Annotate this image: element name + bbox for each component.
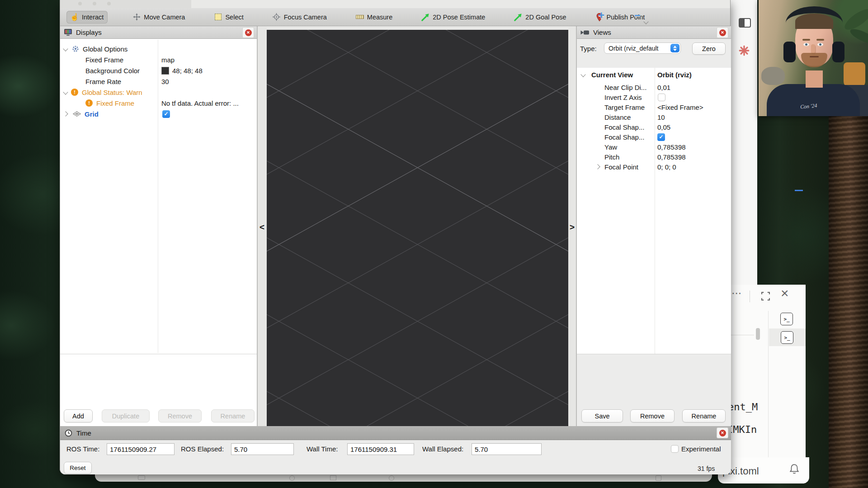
rename-view-button[interactable]: Rename bbox=[682, 409, 726, 422]
tool-2d-pose-estimate[interactable]: 2D Pose Estimate bbox=[417, 11, 489, 23]
chevron-right-icon[interactable] bbox=[63, 111, 68, 116]
view-type-dropdown[interactable]: Orbit (rviz_default bbox=[604, 42, 681, 54]
close-panel-button[interactable]: ✕ bbox=[242, 27, 254, 38]
tree-row-global-status[interactable]: ! Global Status: Warn bbox=[60, 87, 257, 98]
row-value[interactable]: 0,01 bbox=[657, 84, 670, 91]
terminal-icon[interactable]: >_ bbox=[780, 313, 793, 325]
row-value[interactable]: map bbox=[161, 56, 175, 64]
webcam-teapot bbox=[761, 67, 785, 85]
tree-row-focal-shape-fixed[interactable]: Focal Shap... ✓ bbox=[577, 132, 731, 142]
window-control-dot[interactable] bbox=[78, 2, 82, 5]
tree-row-frame-rate[interactable]: Frame Rate 30 bbox=[60, 76, 257, 87]
time-panel-header[interactable]: Time ✕ bbox=[60, 426, 731, 440]
row-label: Global Status: Warn bbox=[82, 89, 142, 96]
asterisk-icon[interactable] bbox=[739, 45, 750, 56]
row-label: Fixed Frame bbox=[96, 99, 134, 107]
tree-row-near-clip[interactable]: Near Clip Di... 0,01 bbox=[577, 82, 731, 92]
focal-shape-checkbox[interactable]: ✓ bbox=[657, 133, 665, 141]
tree-row-distance[interactable]: Distance 10 bbox=[577, 112, 731, 122]
window-control-dot[interactable] bbox=[93, 2, 96, 5]
tree-row-focal-shape-size[interactable]: Focal Shap... 0,05 bbox=[577, 122, 731, 132]
tree-row-fixed-frame[interactable]: Fixed Frame map bbox=[60, 54, 257, 65]
window-control-dot[interactable] bbox=[107, 2, 111, 5]
tool-move-camera[interactable]: Move Camera bbox=[128, 11, 189, 23]
remove-display-button[interactable]: Remove bbox=[158, 409, 202, 422]
tree-row-invert-z[interactable]: Invert Z Axis bbox=[577, 92, 731, 102]
row-value[interactable]: <Fixed Frame> bbox=[657, 103, 703, 111]
bell-icon[interactable] bbox=[789, 464, 799, 476]
tool-measure[interactable]: Measure bbox=[352, 11, 396, 23]
chevron-down-icon[interactable] bbox=[580, 72, 585, 77]
row-value[interactable]: 0,05 bbox=[657, 123, 670, 131]
tool-interact[interactable]: ☝ Interact bbox=[66, 11, 108, 23]
tree-row-focal-point[interactable]: Focal Point 0; 0; 0 bbox=[577, 162, 731, 172]
webcam-person-mouth bbox=[810, 56, 819, 57]
more-actions-icon[interactable]: ⋯ bbox=[731, 290, 741, 296]
ruler-icon bbox=[356, 13, 364, 21]
render-viewport[interactable] bbox=[267, 30, 568, 426]
tool-label: 2D Pose Estimate bbox=[433, 14, 485, 21]
wall-elapsed-input[interactable] bbox=[472, 443, 542, 455]
ros-elapsed-input[interactable] bbox=[231, 443, 294, 455]
panel-splitter[interactable] bbox=[60, 354, 257, 354]
collapse-right-arrow[interactable]: > bbox=[570, 222, 575, 232]
tree-row-pitch[interactable]: Pitch 0,785398 bbox=[577, 152, 731, 162]
row-value[interactable]: 48; 48; 48 bbox=[172, 67, 203, 75]
experimental-checkbox[interactable] bbox=[671, 445, 679, 453]
row-value[interactable]: 0,785398 bbox=[657, 153, 686, 161]
displays-panel-header[interactable]: Displays ✕ bbox=[60, 26, 257, 39]
tree-row-target-frame[interactable]: Target Frame <Fixed Frame> bbox=[577, 102, 731, 112]
tree-row-grid[interactable]: Grid ✓ bbox=[60, 108, 257, 119]
close-panel-button[interactable]: ✕ bbox=[717, 27, 728, 38]
tool-2d-goal-pose[interactable]: 2D Goal Pose bbox=[510, 11, 570, 23]
viewport-area bbox=[267, 26, 568, 426]
zero-button[interactable]: Zero bbox=[692, 42, 726, 55]
row-value[interactable]: 30 bbox=[161, 78, 169, 85]
remove-tool-button[interactable]: − bbox=[634, 11, 641, 20]
remove-view-button[interactable]: Remove bbox=[630, 409, 675, 422]
wall-time-input[interactable] bbox=[347, 443, 414, 455]
terminal-icon[interactable]: >_ bbox=[781, 331, 793, 344]
tree-row-current-view[interactable]: Current View Orbit (rviz) bbox=[577, 70, 731, 80]
chevron-down-icon[interactable] bbox=[63, 89, 68, 94]
row-value[interactable]: 10 bbox=[657, 113, 665, 121]
clock-icon bbox=[65, 429, 72, 437]
row-label: Distance bbox=[604, 113, 631, 121]
chevron-right-icon[interactable] bbox=[595, 164, 600, 169]
row-value: Orbit (rviz) bbox=[657, 71, 692, 79]
row-label: Target Frame bbox=[604, 103, 645, 111]
close-panel-icon[interactable]: × bbox=[781, 286, 789, 301]
rename-display-button[interactable]: Rename bbox=[211, 409, 255, 422]
color-swatch[interactable] bbox=[161, 67, 169, 75]
scrollbar-thumb[interactable] bbox=[756, 328, 760, 340]
tool-label: Move Camera bbox=[144, 14, 185, 21]
duplicate-display-button[interactable]: Duplicate bbox=[102, 409, 150, 422]
add-tool-button[interactable]: + bbox=[598, 11, 604, 20]
row-value[interactable]: 0,785398 bbox=[657, 143, 686, 151]
grid-plane bbox=[267, 30, 568, 426]
invert-z-checkbox[interactable] bbox=[658, 94, 665, 101]
panel-splitter[interactable] bbox=[577, 354, 731, 354]
row-label: Background Color bbox=[85, 67, 140, 75]
row-value[interactable]: 0; 0; 0 bbox=[657, 163, 676, 171]
focus-crosshair-icon bbox=[273, 13, 281, 21]
chevron-down-icon[interactable] bbox=[63, 46, 68, 51]
collapse-left-arrow[interactable]: < bbox=[259, 222, 264, 232]
ros-time-input[interactable] bbox=[107, 443, 175, 455]
add-display-button[interactable]: Add bbox=[64, 409, 93, 422]
maximize-panel-icon[interactable] bbox=[761, 292, 770, 302]
views-panel-header[interactable]: Views ✕ bbox=[577, 26, 731, 39]
reset-button[interactable]: Reset bbox=[64, 462, 92, 474]
webcam-person-torso bbox=[767, 84, 860, 116]
tree-row-fixed-frame-warn[interactable]: ! Fixed Frame No tf data. Actual error: … bbox=[60, 98, 257, 108]
tree-row-global-options[interactable]: Global Options bbox=[60, 43, 257, 54]
tree-row-yaw[interactable]: Yaw 0,785398 bbox=[577, 142, 731, 152]
grid-enabled-checkbox[interactable]: ✓ bbox=[162, 110, 170, 118]
tool-select[interactable]: Select bbox=[210, 11, 247, 23]
tree-row-background-color[interactable]: Background Color 48; 48; 48 bbox=[60, 65, 257, 76]
sidebar-toggle-icon[interactable] bbox=[739, 18, 751, 28]
tool-focus-camera[interactable]: Focus Camera bbox=[269, 11, 331, 23]
close-panel-button[interactable]: ✕ bbox=[717, 427, 728, 438]
save-view-button[interactable]: Save bbox=[581, 409, 623, 422]
window-titlebar[interactable] bbox=[60, 0, 730, 8]
